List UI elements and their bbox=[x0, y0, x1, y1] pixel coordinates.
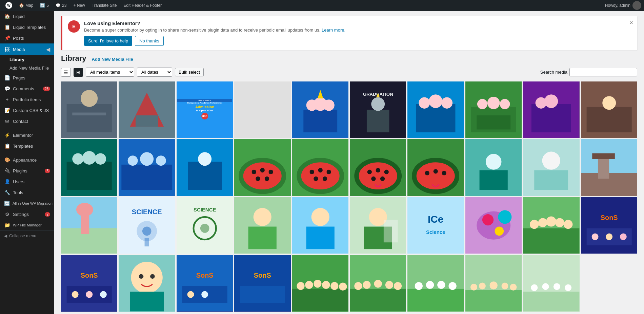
sidebar-item-tools[interactable]: 🔧 Tools bbox=[0, 187, 54, 198]
media-item-graduation[interactable]: GRADUATION bbox=[350, 81, 406, 138]
media-item[interactable] bbox=[465, 81, 522, 138]
svg-rect-30 bbox=[531, 104, 571, 132]
adminbar-wp-logo[interactable]: W bbox=[3, 0, 15, 11]
media-item[interactable] bbox=[61, 139, 117, 196]
sidebar-pages-label: Pages bbox=[13, 75, 25, 80]
media-grid: MAP SCHOOLS Management Academic Performa… bbox=[54, 79, 644, 314]
sidebar-item-elementor[interactable]: ⚡ Elementor bbox=[0, 130, 54, 141]
media-item-watermelon-3[interactable] bbox=[350, 139, 406, 196]
media-item[interactable] bbox=[119, 139, 175, 196]
media-item[interactable] bbox=[523, 81, 579, 138]
media-item[interactable] bbox=[292, 81, 348, 138]
media-item[interactable] bbox=[465, 139, 522, 196]
media-item[interactable] bbox=[119, 81, 175, 138]
media-item-child-2[interactable] bbox=[292, 197, 348, 254]
notice-yes-button[interactable]: Sure! I'd love to help bbox=[84, 36, 132, 46]
sidebar-item-liquid-templates[interactable]: 📋 Liquid Templates bbox=[0, 22, 54, 33]
media-item-school-group-2[interactable] bbox=[350, 255, 406, 311]
media-thumb-inner bbox=[523, 81, 579, 138]
svg-rect-97 bbox=[145, 238, 149, 246]
media-item-science-1[interactable]: SCIENCE bbox=[119, 197, 175, 254]
notice-close-button[interactable]: × bbox=[629, 20, 633, 26]
adminbar-map[interactable]: 🏠 Map bbox=[16, 0, 36, 11]
adminbar-comments[interactable]: 💬 23 bbox=[53, 0, 69, 11]
svg-point-71 bbox=[371, 177, 376, 181]
media-item-watermelon-2[interactable] bbox=[292, 139, 348, 196]
search-media-input[interactable] bbox=[569, 68, 637, 76]
sidebar-sub-library[interactable]: Library bbox=[0, 55, 54, 64]
adminbar-translate[interactable]: Translate Site bbox=[89, 0, 120, 11]
adminbar-new[interactable]: + New bbox=[71, 0, 87, 11]
adminbar-howdy[interactable]: Howdy, admin bbox=[605, 1, 641, 10]
posts-icon: 📌 bbox=[4, 35, 10, 41]
media-item-child-face[interactable] bbox=[119, 255, 175, 311]
portfolio-icon: + bbox=[4, 97, 10, 102]
list-view-button[interactable]: ☰ bbox=[61, 68, 71, 77]
colorful-1-thumb bbox=[465, 197, 522, 254]
sidebar-item-portfolio[interactable]: + Portfolio items bbox=[0, 94, 54, 105]
media-item[interactable] bbox=[523, 139, 579, 196]
media-item-school-group-4[interactable] bbox=[465, 255, 522, 311]
sidebar-item-contact[interactable]: ✉ Contact bbox=[0, 116, 54, 127]
svg-point-175 bbox=[470, 284, 477, 291]
media-item-school-group-5[interactable] bbox=[523, 255, 579, 311]
svg-point-159 bbox=[339, 283, 347, 291]
media-item-group-1[interactable] bbox=[523, 197, 579, 254]
media-item[interactable] bbox=[581, 81, 637, 138]
media-item-ice[interactable]: ICe Science bbox=[407, 197, 464, 254]
media-item[interactable] bbox=[407, 81, 464, 138]
sidebar-item-templates[interactable]: 📋 Templates bbox=[0, 141, 54, 151]
svg-rect-107 bbox=[306, 226, 334, 249]
media-item-sounds-2[interactable]: SonS bbox=[61, 255, 117, 311]
sidebar-item-wp-file-manager[interactable]: 📁 WP File Manager bbox=[0, 220, 54, 230]
sidebar-item-all-in-one[interactable]: 🔄 All-in-One WP Migration bbox=[0, 198, 54, 209]
svg-text:SonS: SonS bbox=[81, 272, 98, 279]
media-item-outdoor-2[interactable] bbox=[61, 197, 117, 254]
media-thumb-inner bbox=[465, 139, 522, 196]
media-item-child-1[interactable] bbox=[234, 197, 290, 254]
admin-bar: W 🏠 Map 🔄 5 💬 23 + New Translate Site Ed… bbox=[0, 0, 644, 11]
notice-learn-more-link[interactable]: Learn more. bbox=[322, 27, 345, 33]
adminbar-comments-count: 23 bbox=[62, 3, 66, 8]
collapse-menu-button[interactable]: ◀ Collapse menu bbox=[0, 231, 54, 241]
media-item-colorful-1[interactable] bbox=[465, 197, 522, 254]
media-type-filter[interactable]: All media items bbox=[86, 68, 134, 77]
media-item[interactable] bbox=[61, 81, 117, 138]
sidebar-item-liquid[interactable]: 🏠 Liquid bbox=[0, 11, 54, 22]
grid-view-button[interactable]: ⊞ bbox=[74, 68, 83, 77]
school-group-5-thumb bbox=[523, 255, 579, 311]
media-item-sounds-1[interactable]: SonS bbox=[581, 197, 637, 254]
notice-no-button[interactable]: No thanks bbox=[135, 36, 164, 46]
adminbar-edit-header-footer[interactable]: Edit Header & Footer bbox=[121, 0, 164, 11]
adminbar-updates[interactable]: 🔄 5 bbox=[37, 0, 52, 11]
media-item-blank[interactable] bbox=[234, 81, 290, 138]
media-item-outdoor-1[interactable] bbox=[581, 139, 637, 196]
svg-point-44 bbox=[140, 152, 154, 166]
sidebar-sub-add-new[interactable]: Add New Media File bbox=[0, 64, 54, 72]
bulk-select-button[interactable]: Bulk select bbox=[175, 68, 204, 76]
media-item-watermelon-4[interactable] bbox=[407, 139, 464, 196]
sidebar-item-settings[interactable]: ⚙ Settings 2 bbox=[0, 209, 54, 220]
sidebar-item-users[interactable]: 👤 Users bbox=[0, 176, 54, 187]
sidebar-item-comments[interactable]: 💬 Comments 23 bbox=[0, 83, 54, 94]
sidebar-item-media[interactable]: 🖼 Media ◀ bbox=[0, 43, 54, 55]
media-item-watermelon-1[interactable] bbox=[234, 139, 290, 196]
media-item-school-group-3[interactable] bbox=[407, 255, 464, 311]
sidebar-item-pages[interactable]: 📄 Pages bbox=[0, 72, 54, 83]
media-item-map-schools[interactable]: MAP SCHOOLS Management Academic Performa… bbox=[177, 81, 233, 138]
add-new-media-link[interactable]: Add New Media File bbox=[92, 57, 133, 62]
sidebar-item-plugins[interactable]: 🔌 Plugins 5 bbox=[0, 165, 54, 176]
svg-point-162 bbox=[354, 282, 362, 290]
media-item[interactable] bbox=[177, 139, 233, 196]
svg-point-106 bbox=[311, 208, 329, 226]
media-item-science-2[interactable]: SCIENCE bbox=[177, 197, 233, 254]
media-item-sounds-3[interactable]: SonS bbox=[177, 255, 233, 311]
appearance-icon: 🎨 bbox=[4, 157, 10, 163]
media-date-filter[interactable]: All dates bbox=[137, 68, 172, 77]
sidebar-item-appearance[interactable]: 🎨 Appearance bbox=[0, 154, 54, 165]
sidebar-item-posts[interactable]: 📌 Posts bbox=[0, 33, 54, 43]
media-item-school-group-1[interactable] bbox=[292, 255, 348, 311]
sidebar-item-custom-css[interactable]: 📝 Custom CSS & JS bbox=[0, 105, 54, 116]
media-item-child-3[interactable] bbox=[350, 197, 406, 254]
media-item-sounds-4[interactable]: SonS bbox=[234, 255, 290, 311]
